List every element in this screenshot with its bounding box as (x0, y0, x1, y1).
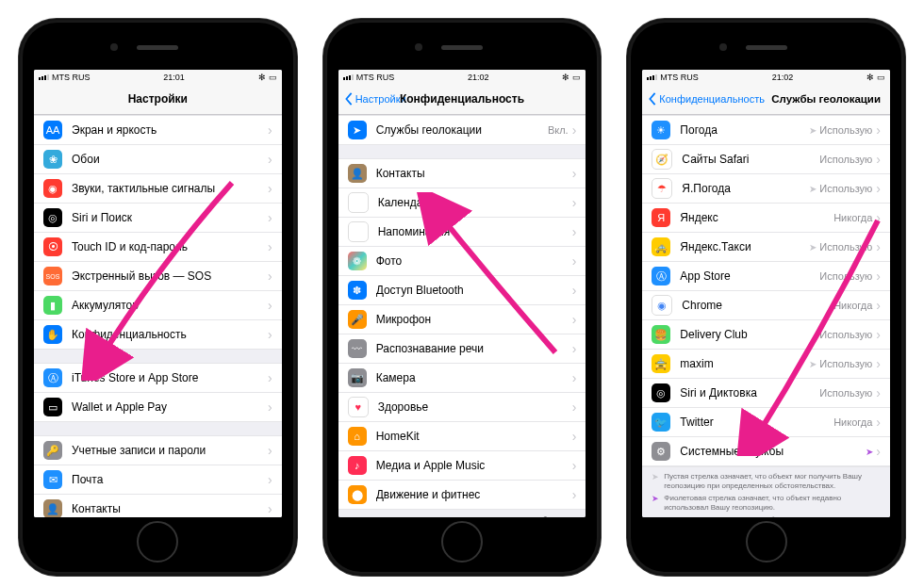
location-arrow-icon: ➤ (809, 125, 817, 136)
row-icon: ◎ (652, 383, 670, 402)
row-icon: ⦿ (43, 237, 62, 256)
settings-row[interactable]: ▦Календари› (338, 188, 586, 218)
row-label: App Store (680, 269, 819, 283)
row-icon: 🎤 (348, 310, 367, 329)
settings-row[interactable]: ⒶiTunes Store и App Store› (34, 363, 282, 393)
battery-icon: ▭ (877, 73, 885, 82)
carrier: MTS RUS (356, 73, 395, 82)
nav-title: Настройки (128, 92, 188, 106)
settings-row[interactable]: ☀Погода➤Использую› (642, 115, 890, 145)
settings-row[interactable]: ⒶApp StoreИспользую› (642, 262, 890, 291)
carrier: MTS RUS (52, 73, 91, 82)
settings-row[interactable]: ⬤Движение и фитнес› (338, 481, 586, 510)
settings-row[interactable]: ⚙Системные службы➤› (642, 437, 890, 466)
settings-row[interactable]: ≡Напоминания› (338, 218, 586, 247)
row-value: Использую (819, 387, 872, 399)
settings-row[interactable]: 🍔Delivery ClubИспользую› (642, 320, 890, 350)
row-label: Медиа и Apple Music (376, 459, 572, 472)
settings-row[interactable]: ◎Siri и ДиктовкаИспользую› (642, 379, 890, 408)
row-icon: 👤 (43, 499, 62, 517)
chevron-right-icon: › (268, 327, 272, 342)
nav-bar: Настройки Конфиденциальность (338, 84, 586, 115)
row-icon: 🚖 (652, 354, 670, 373)
chevron-right-icon: › (268, 239, 272, 254)
settings-row[interactable]: ▮Аккумулятор› (34, 291, 282, 320)
home-button[interactable] (441, 521, 483, 563)
settings-row[interactable]: 🐦TwitterНикогда› (642, 408, 890, 437)
footer-text: Программы, запросившие доступ к Вашим да… (338, 510, 586, 517)
row-label: Touch ID и код-пароль (72, 240, 268, 253)
chevron-right-icon: › (572, 283, 577, 298)
settings-row[interactable]: 🔑Учетные записи и пароли› (34, 435, 282, 465)
row-label: Wallet и Apple Pay (72, 400, 268, 414)
row-icon: ♥ (348, 397, 369, 417)
settings-row[interactable]: 🎤Микрофон› (338, 305, 586, 334)
row-icon: ❀ (43, 150, 62, 169)
row-icon: Ⓐ (652, 267, 670, 285)
chevron-right-icon: › (268, 298, 272, 313)
row-label: Яндекс (680, 211, 833, 224)
nav-bar: Настройки (34, 84, 282, 115)
row-icon: ⬤ (348, 485, 367, 504)
settings-row[interactable]: 📷Камера› (338, 364, 586, 393)
settings-row[interactable]: ⌂HomeKit› (338, 422, 586, 451)
settings-row[interactable]: ◉Звуки, тактильные сигналы› (34, 174, 282, 204)
row-icon: 📷 (348, 368, 367, 387)
settings-row[interactable]: ♥Здоровье› (338, 393, 586, 422)
row-icon: ☂ (652, 178, 672, 199)
settings-row[interactable]: AAЭкран и яркость› (34, 115, 282, 145)
row-icon: ❁ (348, 252, 367, 270)
settings-row[interactable]: ◎Siri и Поиск› (34, 204, 282, 233)
location-arrow-icon: ➤ (809, 184, 817, 194)
row-label: Службы геолокации (376, 123, 548, 137)
settings-row[interactable]: SOSЭкстренный вызов — SOS› (34, 262, 282, 291)
back-button[interactable]: Конфиденциальность (648, 92, 765, 106)
chevron-right-icon: › (268, 370, 272, 385)
settings-row[interactable]: 👤Контакты› (338, 158, 586, 188)
chevron-right-icon: › (876, 444, 881, 459)
location-list[interactable]: ☀Погода➤Использую›🧭Сайты SafariИспользую… (642, 115, 890, 517)
settings-row[interactable]: 🚖maxim➤Использую› (642, 350, 890, 379)
settings-row[interactable]: ✉Почта› (34, 465, 282, 495)
settings-row[interactable]: ✽Доступ Bluetooth› (338, 276, 586, 305)
row-icon: ⚙ (652, 442, 670, 461)
settings-row[interactable]: ❀Обои› (34, 145, 282, 174)
settings-row[interactable]: ☂Я.Погода➤Использую› (642, 174, 890, 204)
row-label: Доступ Bluetooth (376, 284, 572, 297)
back-button[interactable]: Настройки (344, 92, 406, 106)
settings-row[interactable]: 🚕Яндекс.Такси➤Использую› (642, 233, 890, 262)
settings-row[interactable]: 👤Контакты› (34, 495, 282, 517)
row-label: Контакты (376, 167, 572, 180)
status-bar: MTS RUS 21:02 ✻▭ (642, 70, 890, 84)
row-icon: ➤ (348, 121, 367, 139)
settings-row[interactable]: 〰Распознавание речи› (338, 334, 586, 364)
settings-row[interactable]: ⦿Touch ID и код-пароль› (34, 233, 282, 262)
settings-list[interactable]: AAЭкран и яркость›❀Обои›◉Звуки, тактильн… (34, 115, 282, 517)
row-label: Экстренный вызов — SOS (72, 269, 268, 283)
row-label: Аккумулятор (72, 299, 268, 312)
chevron-right-icon: › (876, 122, 881, 138)
home-button[interactable] (746, 521, 787, 563)
settings-row[interactable]: ▭Wallet и Apple Pay› (34, 393, 282, 422)
row-icon: ▮ (43, 296, 62, 315)
row-icon: ◎ (43, 208, 62, 227)
settings-row[interactable]: ❁Фото› (338, 247, 586, 276)
settings-row[interactable]: ◉ChromeНикогда› (642, 291, 890, 320)
nav-title: Службы геолокации (771, 93, 881, 105)
chevron-right-icon: › (268, 181, 272, 196)
chevron-right-icon: › (876, 298, 881, 313)
chevron-right-icon: › (572, 341, 577, 356)
settings-row[interactable]: 🧭Сайты SafariИспользую› (642, 145, 890, 174)
row-label: Почта (72, 473, 268, 486)
settings-row[interactable]: ЯЯндексНикогда› (642, 204, 890, 233)
chevron-right-icon: › (572, 312, 577, 327)
settings-row[interactable]: ✋Конфиденциальность› (34, 320, 282, 350)
privacy-list[interactable]: ➤Службы геолокацииВкл.› 👤Контакты›▦Кален… (338, 115, 586, 517)
row-icon: ◉ (652, 295, 672, 316)
settings-row[interactable]: ♪Медиа и Apple Music› (338, 451, 586, 481)
settings-row[interactable]: ➤Службы геолокацииВкл.› (338, 115, 586, 145)
chevron-right-icon: › (876, 152, 881, 167)
home-button[interactable] (137, 521, 178, 563)
row-icon: SOS (43, 267, 62, 285)
row-label: maxim (680, 357, 809, 370)
